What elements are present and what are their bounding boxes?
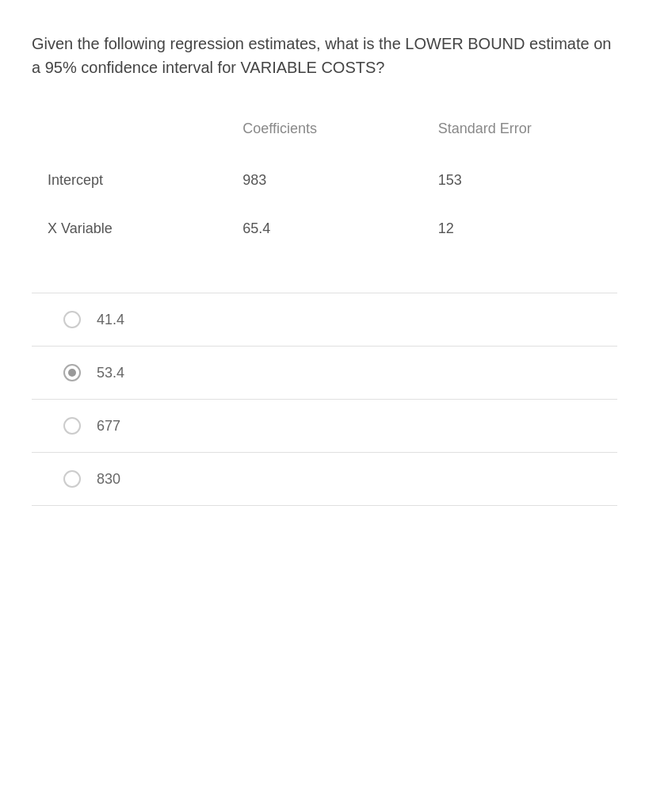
- row-coeff-0: 983: [227, 156, 422, 205]
- answer-option-2[interactable]: 677: [32, 400, 617, 453]
- row-label-0: Intercept: [32, 156, 227, 205]
- answer-option-3[interactable]: 830: [32, 453, 617, 506]
- radio-3[interactable]: [63, 470, 81, 488]
- option-label-0: 41.4: [97, 312, 124, 328]
- option-label-1: 53.4: [97, 365, 124, 381]
- answer-option-0[interactable]: 41.4: [32, 293, 617, 347]
- col-header-label: [32, 111, 227, 156]
- radio-1[interactable]: [63, 364, 81, 381]
- row-stderr-0: 153: [422, 156, 617, 205]
- option-label-2: 677: [97, 418, 120, 435]
- row-label-1: X Variable: [32, 205, 227, 253]
- row-coeff-1: 65.4: [227, 205, 422, 253]
- answer-options: 41.453.4677830: [32, 293, 617, 506]
- table-row: X Variable 65.4 12: [32, 205, 617, 253]
- radio-0[interactable]: [63, 311, 81, 328]
- col-header-coefficients: Coefficients: [227, 111, 422, 156]
- radio-inner-1: [68, 369, 76, 377]
- radio-2[interactable]: [63, 417, 81, 435]
- regression-table: Coefficients Standard Error Intercept 98…: [32, 111, 617, 253]
- option-label-3: 830: [97, 471, 120, 488]
- col-header-stderr: Standard Error: [422, 111, 617, 156]
- question-text: Given the following regression estimates…: [32, 32, 617, 79]
- answer-option-1[interactable]: 53.4: [32, 347, 617, 400]
- table-row: Intercept 983 153: [32, 156, 617, 205]
- row-stderr-1: 12: [422, 205, 617, 253]
